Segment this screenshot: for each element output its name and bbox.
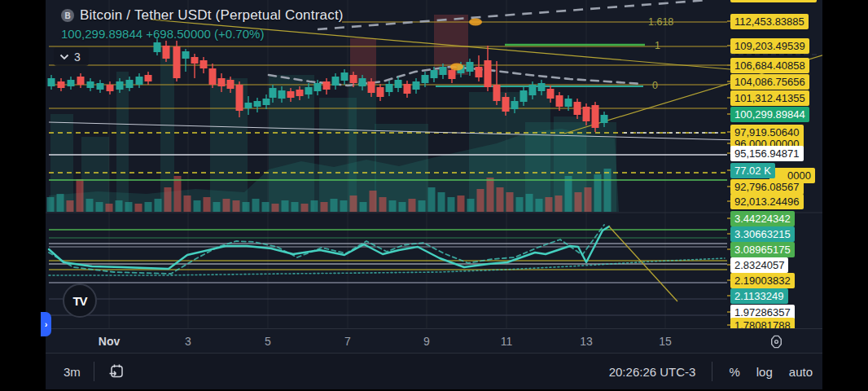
candle-body — [236, 85, 243, 111]
interval-button[interactable]: 3m — [64, 365, 81, 379]
candle-body — [493, 85, 501, 101]
volume-bar — [370, 191, 377, 212]
volume-bar — [145, 202, 152, 212]
candle-body — [502, 97, 510, 112]
orange-marker — [469, 19, 482, 26]
volume-bar — [106, 204, 113, 212]
candle-body — [368, 81, 375, 93]
clock-readout[interactable]: 20:26:26 UTC-3 — [609, 365, 696, 379]
candle-body — [449, 70, 456, 79]
volume-bar — [252, 199, 260, 212]
volume-bar — [213, 202, 221, 212]
volume-bar — [125, 202, 133, 212]
candle-body — [136, 77, 143, 85]
candle-body — [218, 78, 226, 86]
tradingview-logo[interactable]: TV — [63, 283, 97, 318]
volume-bar — [311, 200, 318, 212]
candle-body — [227, 80, 235, 89]
candle-body — [245, 103, 252, 108]
indicators-count: 3 — [74, 51, 81, 64]
fib-label: 1 — [655, 40, 660, 51]
candle-body — [422, 75, 429, 83]
volume-bar — [526, 194, 533, 212]
toolbar-right-group: 20:26:26 UTC-3 % log auto — [609, 362, 813, 381]
auto-scale-button[interactable]: auto — [789, 365, 813, 379]
axis-settings-button[interactable] — [766, 332, 786, 351]
volume-bar — [409, 199, 416, 212]
volume-bar — [174, 176, 182, 212]
volume-bar — [360, 202, 367, 212]
candle-body — [583, 107, 590, 121]
volume-bar — [331, 199, 338, 212]
volume-bar — [340, 200, 348, 212]
candle-body — [68, 80, 75, 86]
volume-bar — [458, 196, 465, 212]
volume-bar — [321, 202, 328, 212]
go-to-date-icon[interactable] — [107, 362, 125, 380]
time-label: 7 — [344, 335, 351, 348]
volume-bar — [223, 199, 230, 212]
candle-body — [278, 90, 286, 99]
orange-marker — [450, 64, 463, 71]
volume-bar — [536, 199, 543, 212]
candle-body — [97, 83, 104, 90]
volume-bar — [389, 200, 397, 212]
candle-body — [107, 85, 114, 91]
log-scale-button[interactable]: log — [756, 365, 773, 379]
time-label: 15 — [659, 335, 672, 348]
candle-body — [538, 83, 546, 91]
volume-bar — [379, 197, 387, 212]
candle-body — [547, 89, 555, 99]
candle-body — [116, 81, 124, 90]
volume-bar — [419, 200, 426, 212]
candle-body — [314, 83, 322, 91]
candle-body — [377, 87, 384, 97]
volume-bar — [438, 192, 445, 212]
chart-canvas[interactable]: 1.61810 — [46, 0, 822, 353]
candle-body — [87, 81, 94, 88]
time-label: 13 — [580, 335, 593, 348]
volume-bar — [135, 204, 142, 212]
candle-body — [520, 90, 528, 102]
candle-body — [200, 60, 208, 68]
volume-bar — [585, 187, 592, 212]
candle-body — [209, 68, 217, 85]
candle-body — [173, 46, 181, 78]
candle-body — [191, 57, 199, 64]
candle-body — [287, 91, 295, 98]
candle-body — [350, 75, 357, 83]
gear-icon — [769, 334, 784, 349]
candle-body — [413, 81, 420, 90]
time-label: 11 — [501, 335, 513, 348]
teal-zone — [160, 47, 174, 212]
time-label: 5 — [265, 335, 271, 348]
side-panel-handle[interactable]: › — [41, 312, 51, 336]
volume-bar — [497, 187, 504, 212]
candle-body — [511, 101, 519, 109]
time-label: 9 — [423, 335, 430, 348]
candle-body — [484, 60, 492, 87]
volume-bar — [116, 200, 123, 212]
candle-body — [48, 78, 55, 86]
candle-body — [254, 101, 261, 107]
candle-body — [154, 42, 161, 52]
phone-screen: 1.61810 112,453.83885109,203.49539106,68… — [0, 0, 868, 391]
candle-body — [263, 99, 270, 105]
time-axis[interactable]: Nov3579111315 — [46, 328, 822, 353]
candle-body — [296, 90, 304, 96]
volume-bar — [67, 200, 74, 212]
volume-bar — [301, 204, 309, 212]
last-price-readout: 100,299.89844 +698.50000 (+0.70%) — [61, 27, 264, 41]
volume-bar — [184, 196, 191, 212]
volume-bar — [204, 197, 211, 212]
candle-body — [270, 88, 277, 98]
volume-bar — [516, 197, 524, 212]
volume-bar — [555, 196, 563, 212]
volume-bar — [164, 187, 172, 212]
candle-body — [556, 95, 563, 107]
volume-bar — [233, 200, 240, 212]
percent-scale-button[interactable]: % — [729, 365, 739, 379]
indicators-collapse-button[interactable]: 3 — [54, 47, 89, 66]
volume-bar — [262, 202, 270, 212]
volume-bar — [428, 187, 436, 212]
